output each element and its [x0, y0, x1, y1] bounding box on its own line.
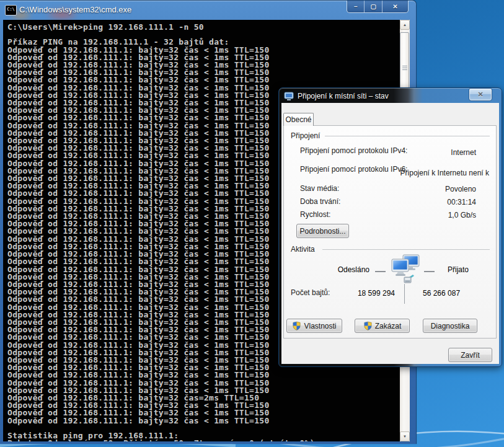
cmd-icon: C:\ — [5, 5, 17, 15]
dialog-title: Připojení k místní síti – stav — [298, 92, 389, 100]
cmd-titlebar[interactable]: C:\ C:\Windows\system32\cmd.exe – ▢ ✕ — [0, 0, 417, 20]
connection-group-label: Připojení — [291, 131, 320, 140]
activity-group-label: Aktivita — [291, 245, 315, 254]
properties-button[interactable]: Vlastnosti — [286, 319, 342, 333]
network-status-dialog: Připojení k místní síti – stav ✕ Obecné … — [278, 87, 502, 367]
close-dialog-button-label: Zavřít — [461, 351, 480, 360]
ipv4-label: Připojení pomocí protokolu IPv4: — [300, 146, 424, 156]
dialog-body: Obecné Připojení Připojení pomocí protok… — [281, 103, 499, 364]
ipv6-value: Připojení k Internetu není k — [400, 169, 489, 177]
minimize-button[interactable]: – — [347, 1, 365, 12]
uac-shield-icon — [292, 321, 301, 330]
properties-button-label: Vlastnosti — [304, 322, 336, 330]
scrollbar-grip — [402, 66, 407, 71]
uac-shield-icon — [363, 321, 373, 330]
duration-value: 00:31:14 — [447, 198, 476, 206]
close-dialog-button[interactable]: Zavřít — [448, 348, 492, 362]
disable-button[interactable]: Zakázat — [355, 319, 410, 333]
media-state-label: Stav média: — [300, 184, 339, 193]
computers-network-icon — [389, 254, 422, 288]
cmd-window-controls: – ▢ ✕ — [347, 1, 409, 13]
maximize-button[interactable]: ▢ — [365, 1, 382, 12]
ipv4-value: Internet — [451, 148, 476, 157]
close-button[interactable]: ✕ — [382, 1, 408, 12]
group-divider — [325, 136, 490, 136]
details-button[interactable]: Podrobnosti... — [296, 224, 349, 238]
tab-general[interactable]: Obecné — [283, 113, 314, 126]
group-divider — [322, 249, 490, 250]
dialog-close-button[interactable]: ✕ — [469, 88, 492, 101]
diagnostics-button[interactable]: Diagnostika — [423, 319, 477, 333]
scroll-up-icon[interactable]: ▲ — [400, 20, 410, 30]
diagnostics-button-label: Diagnostika — [431, 322, 470, 330]
activity-connector-line — [424, 271, 435, 272]
media-state-value: Povoleno — [445, 185, 476, 193]
sent-label: Odesláno — [321, 265, 369, 274]
disable-button-label: Zakázat — [375, 322, 402, 330]
received-label: Přijato — [448, 265, 469, 274]
activity-connector-line — [375, 271, 386, 272]
network-connection-icon — [284, 92, 294, 104]
close-icon: ✕ — [477, 91, 483, 99]
bytes-sent-value: 18 599 294 — [321, 289, 395, 298]
duration-label: Doba trvání: — [300, 197, 340, 206]
bytes-received-value: 56 266 087 — [423, 289, 460, 298]
tab-panel-general: Připojení Připojení pomocí protokolu IPv… — [283, 125, 497, 339]
speed-value: 1,0 Gb/s — [448, 211, 476, 219]
speed-label: Rychlost: — [300, 210, 330, 219]
cmd-window-title: C:\Windows\system32\cmd.exe — [19, 5, 131, 14]
bytes-divider — [404, 284, 405, 304]
details-button-label: Podrobnosti... — [299, 227, 345, 236]
scroll-down-icon[interactable]: ▼ — [400, 432, 410, 441]
